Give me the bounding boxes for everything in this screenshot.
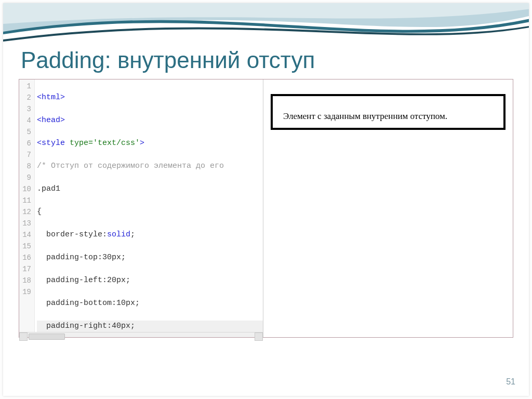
page-number: 51: [506, 377, 515, 387]
scrollbar-thumb[interactable]: [29, 334, 65, 340]
line-number-gutter: 1 2 3 4 5 6 7 8 9 10 11 12 13 14 15 16 1…: [19, 79, 35, 332]
content-container: 1 2 3 4 5 6 7 8 9 10 11 12 13 14 15 16 1…: [19, 79, 513, 338]
padding-demo-box: Элемент с заданным внутренним отступом.: [271, 94, 506, 130]
code-text: <html> <head> <style type='text/css'> /*…: [35, 79, 263, 332]
preview-panel: Элемент с заданным внутренним отступом.: [263, 79, 513, 337]
code-editor-panel: 1 2 3 4 5 6 7 8 9 10 11 12 13 14 15 16 1…: [19, 79, 263, 337]
horizontal-scrollbar[interactable]: [19, 332, 263, 337]
slide-title: Padding: внутренний отступ: [21, 49, 529, 72]
